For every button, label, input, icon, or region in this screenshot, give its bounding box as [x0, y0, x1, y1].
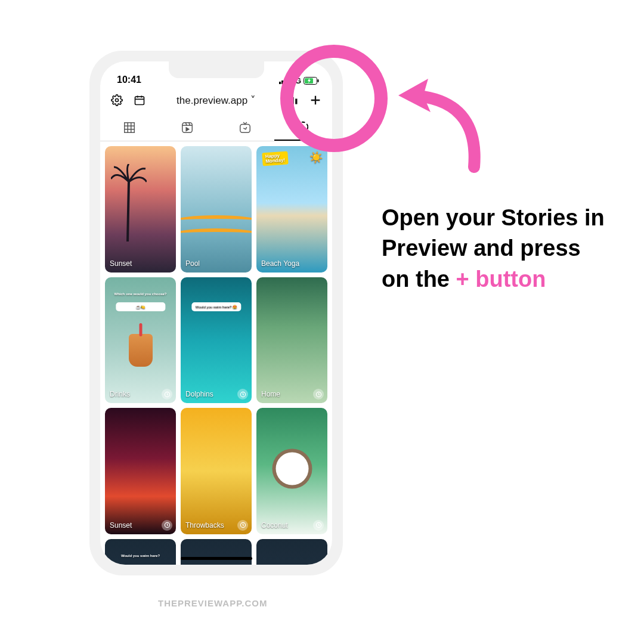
story-label: Home — [261, 390, 280, 398]
story-card[interactable] — [181, 539, 252, 565]
story-label: Coconut — [261, 521, 288, 530]
clock-icon — [237, 520, 248, 531]
story-card[interactable]: Pool — [181, 146, 252, 273]
story-label: Drinks — [110, 390, 130, 398]
story-card[interactable]: Throwbacks — [181, 408, 252, 534]
story-card[interactable]: Sunset — [105, 146, 176, 273]
svg-point-7 — [116, 99, 119, 102]
arrow-icon — [376, 66, 495, 185]
clock-icon — [162, 520, 172, 531]
stories-grid[interactable]: SunsetPoolHappyMonday!☀️Beach YogaWhich … — [100, 141, 332, 565]
home-indicator — [181, 557, 252, 560]
settings-icon[interactable] — [109, 92, 125, 109]
instruction-accent: + button — [456, 267, 546, 292]
story-card[interactable]: Would you swim here? 😍Dolphins — [181, 277, 252, 404]
svg-line-28 — [128, 182, 129, 242]
account-title[interactable]: the.preview.app ˅ — [154, 94, 278, 107]
story-card[interactable]: HappyMonday!☀️Beach Yoga — [256, 146, 327, 273]
clock-icon — [313, 389, 324, 400]
clock-icon — [313, 520, 324, 531]
highlight-circle — [280, 45, 388, 152]
story-label: Sunset — [110, 259, 132, 268]
svg-rect-0 — [279, 82, 281, 84]
tab-igtv[interactable] — [216, 114, 274, 141]
tab-grid[interactable] — [100, 114, 158, 141]
phone-notch — [169, 61, 264, 78]
calendar-icon[interactable] — [131, 92, 148, 109]
tab-reels[interactable] — [158, 114, 216, 141]
story-label: Throwbacks — [185, 521, 224, 530]
story-label: Pool — [185, 259, 200, 268]
svg-rect-8 — [135, 97, 144, 104]
story-card[interactable]: Which one would you choose?☕ 🍋Drinks — [105, 277, 176, 404]
story-card[interactable]: Sunset — [105, 408, 176, 534]
svg-rect-17 — [124, 122, 134, 132]
story-label: Sunset — [110, 521, 132, 530]
story-label: Beach Yoga — [261, 259, 299, 268]
story-card[interactable] — [256, 539, 327, 565]
story-card[interactable]: Home — [256, 277, 327, 404]
watermark: THEPREVIEWAPP.COM — [158, 598, 267, 608]
svg-rect-26 — [240, 124, 250, 132]
story-card[interactable]: Coconut — [256, 408, 327, 534]
status-time: 10:41 — [117, 75, 141, 85]
instruction-text: Open your Stories in Preview and press o… — [382, 203, 608, 295]
story-label: Dolphins — [185, 390, 213, 398]
svg-rect-22 — [182, 122, 193, 132]
story-card[interactable]: Would you swim here? — [105, 539, 176, 565]
clock-icon — [162, 389, 172, 400]
clock-icon — [237, 389, 248, 400]
